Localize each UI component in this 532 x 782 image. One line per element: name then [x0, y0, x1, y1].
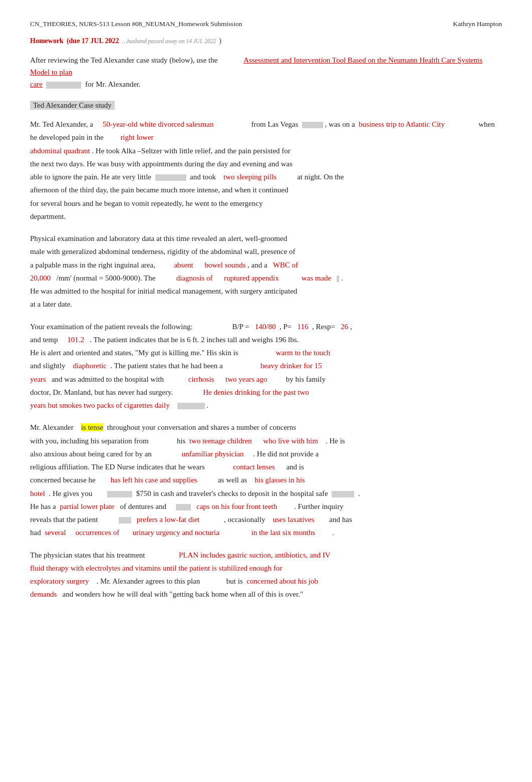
homework-label: Homework [30, 37, 64, 45]
ruptured-appendix: ruptured appendix [224, 274, 279, 282]
intro-highlight1: Assessment and Intervention Tool Based o… [30, 56, 482, 76]
sleeping-pills: two sleeping pills [223, 173, 277, 181]
two-teenage-children: two teenage children [189, 437, 252, 445]
left-case-supplies: has left his case and supplies [111, 476, 197, 484]
absent-label: absent [174, 261, 193, 269]
case-study-title: Ted Alexander Case study [30, 101, 502, 110]
paragraph-1: Mr. Ted Alexander, a 50-year-old white d… [30, 118, 502, 223]
paragraph-4: Mr. Alexander is tense throughout your c… [30, 421, 502, 539]
low-fat-diet: prefers a low-fat diet [137, 515, 199, 524]
cirrhosis: cirrhosis [188, 375, 214, 383]
temp-value: 101.2 [67, 336, 84, 344]
partial-lower-plate: partial lower plate [60, 502, 114, 510]
homework-line: Homework (due 17 JUL 2022 …husband passe… [30, 37, 502, 45]
p-value: 116 [298, 323, 309, 331]
warm-touch: warm to the touch [276, 349, 331, 357]
business-trip: business trip to Atlantic City [359, 120, 445, 128]
contact-lenses: contact lenses [233, 463, 275, 471]
who-live-with-him: who live with him [263, 437, 318, 445]
paragraph-3: Your examination of the patient reveals … [30, 320, 502, 412]
header-left: CN_THEORIES, NURS-513 Lesson #08_NEUMAN_… [30, 20, 242, 28]
several: several [45, 529, 66, 537]
diagnosis-of: diagnosis of [176, 274, 213, 282]
caps-front-teeth: caps on his four front teeth [196, 502, 277, 510]
denies-drinking: He denies drinking for the past two year… [30, 388, 309, 409]
was-made: was made [302, 274, 332, 282]
age-description: 50-year-old white divorced salesman [103, 120, 214, 128]
intro-block: After reviewing the Ted Alexander case s… [30, 54, 502, 90]
last-six-months: in the last six months [251, 529, 316, 537]
diaphoretic: diaphoretic [73, 362, 106, 370]
unfamiliar-physician: unfamiliar physician [182, 450, 244, 458]
header-right: Kathryn Hampton [453, 20, 502, 28]
two-years-ago: two years ago [225, 375, 267, 383]
bp-value: 140/80 [255, 323, 276, 331]
paragraph-2: Physical examination and laboratory data… [30, 232, 502, 311]
case-title-text: Ted Alexander Case study [30, 101, 115, 110]
bowel-sounds: bowel sounds [204, 261, 245, 269]
right-lower: right lowerabdominal quadrant [30, 133, 154, 154]
resp-value: 26 [341, 323, 348, 331]
intro-text: After reviewing the Ted Alexander case s… [30, 54, 502, 90]
occurrences-of: occurrences of [75, 529, 119, 537]
paragraph-5: The physician states that his treatment … [30, 549, 502, 601]
uses-laxatives: uses laxatives [273, 515, 314, 524]
intro-highlight2: care [30, 80, 43, 88]
homework-due: (due 17 JUL 2022 [67, 37, 119, 45]
homework-close: ) [219, 37, 221, 45]
homework-note: …husband passed away on 14 JUL 2022 [122, 38, 216, 44]
header: CN_THEORIES, NURS-513 Lesson #08_NEUMAN_… [30, 20, 502, 28]
urinary-urgency: urinary urgency and nocturia [133, 529, 219, 537]
is-tense: is tense [81, 423, 104, 431]
